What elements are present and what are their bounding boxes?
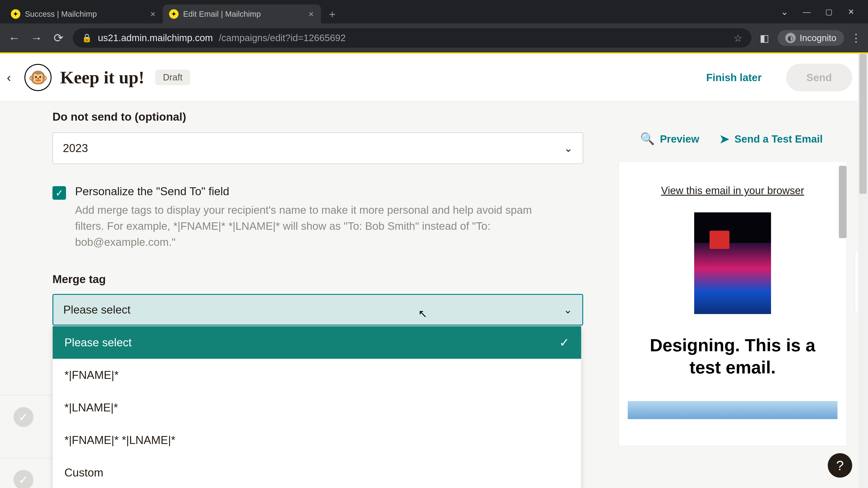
browser-tab-2[interactable]: ✦ Edit Email | Mailchimp × bbox=[163, 4, 321, 24]
option-label: *|FNAME|* *|LNAME|* bbox=[64, 433, 176, 447]
preview-banner-image bbox=[628, 401, 837, 419]
incognito-badge[interactable]: ◐ Incognito bbox=[778, 30, 844, 46]
search-icon: 🔍 bbox=[640, 132, 655, 146]
browser-tab-1[interactable]: ✦ Success | Mailchimp × bbox=[4, 4, 163, 24]
merge-option-fname-lname[interactable]: *|FNAME|* *|LNAME|* bbox=[53, 424, 581, 456]
help-button[interactable]: ? bbox=[828, 453, 852, 478]
back-icon[interactable]: ← bbox=[6, 31, 22, 45]
browser-menu-icon[interactable]: ⋮ bbox=[850, 32, 862, 44]
bookmark-icon[interactable]: ☆ bbox=[734, 32, 742, 44]
close-window-icon[interactable]: ✕ bbox=[845, 7, 857, 16]
tab-search-icon[interactable]: ⌄ bbox=[778, 6, 791, 17]
option-label: *|FNAME|* bbox=[64, 368, 119, 382]
preview-headline: Designing. This is a test email. bbox=[628, 334, 837, 379]
maximize-icon[interactable]: ▢ bbox=[823, 7, 835, 16]
close-icon[interactable]: × bbox=[309, 9, 314, 19]
preview-button[interactable]: 🔍 Preview bbox=[640, 132, 699, 146]
preview-panel: 🔍 Preview ➤ Send a Test Email View this … bbox=[601, 101, 858, 488]
window-controls: ⌄ — ▢ ✕ bbox=[778, 0, 868, 24]
send-test-label: Send a Test Email bbox=[735, 133, 823, 145]
url-host: us21.admin.mailchimp.com bbox=[98, 33, 213, 43]
option-label: *|LNAME|* bbox=[64, 401, 118, 414]
extensions-icon[interactable]: ◧ bbox=[758, 32, 771, 44]
preview-label: Preview bbox=[660, 133, 699, 145]
reload-icon[interactable]: ⟳ bbox=[51, 31, 66, 45]
chevron-down-icon: ⌄ bbox=[564, 142, 573, 154]
help-icon: ? bbox=[836, 458, 844, 473]
personalize-checkbox[interactable]: ✓ bbox=[53, 186, 66, 200]
personalize-title: Personalize the "Send To" field bbox=[75, 185, 563, 198]
send-icon: ➤ bbox=[719, 132, 730, 146]
status-indicator: ✓ bbox=[13, 407, 33, 427]
address-bar[interactable]: 🔒 us21.admin.mailchimp.com/campaigns/edi… bbox=[73, 28, 751, 48]
minimize-icon[interactable]: — bbox=[801, 7, 813, 16]
do-not-send-label: Do not send to (optional) bbox=[53, 110, 583, 123]
email-preview-frame: View this email in your browser Designin… bbox=[618, 162, 847, 446]
send-button[interactable]: Send bbox=[786, 64, 852, 91]
mailchimp-favicon: ✦ bbox=[169, 9, 179, 19]
incognito-label: Incognito bbox=[800, 33, 836, 43]
option-label: Custom bbox=[64, 466, 103, 479]
merge-tag-dropdown: Please select ✓ *|FNAME|* *|LNAME|* *|FN… bbox=[53, 326, 581, 488]
merge-option-lname[interactable]: *|LNAME|* bbox=[53, 391, 581, 424]
new-tab-button[interactable]: ＋ bbox=[326, 7, 339, 21]
mailchimp-favicon: ✦ bbox=[11, 9, 20, 19]
lock-icon: 🔒 bbox=[82, 33, 92, 43]
personalize-description: Add merge tags to display your recipient… bbox=[75, 202, 563, 250]
forward-icon[interactable]: → bbox=[29, 31, 44, 45]
settings-panel: Do not send to (optional) 2023 ⌄ ✓ Perso… bbox=[0, 101, 601, 488]
view-in-browser-link[interactable]: View this email in your browser bbox=[628, 184, 837, 197]
preview-hero-image bbox=[694, 213, 771, 314]
do-not-send-select[interactable]: 2023 ⌄ bbox=[53, 132, 583, 164]
merge-tag-label: Merge tag bbox=[53, 273, 583, 286]
page-scrollbar[interactable] bbox=[858, 54, 868, 488]
merge-option-please-select[interactable]: Please select ✓ bbox=[53, 326, 581, 359]
page-viewport: ‹ 🐵 Keep it up! Draft Finish later Send … bbox=[0, 53, 868, 488]
send-test-button[interactable]: ➤ Send a Test Email bbox=[719, 132, 823, 146]
merge-option-fname[interactable]: *|FNAME|* bbox=[53, 359, 581, 391]
tab-title: Success | Mailchimp bbox=[25, 9, 146, 19]
url-path: /campaigns/edit?id=12665692 bbox=[219, 33, 346, 43]
app-header: ‹ 🐵 Keep it up! Draft Finish later Send bbox=[0, 54, 868, 101]
option-label: Please select bbox=[64, 336, 131, 349]
do-not-send-value: 2023 bbox=[63, 142, 88, 155]
merge-tag-value: Please select bbox=[63, 303, 130, 316]
tab-title: Edit Email | Mailchimp bbox=[183, 9, 304, 19]
back-button[interactable]: ‹ bbox=[7, 70, 16, 85]
campaign-title: Keep it up! bbox=[60, 67, 145, 88]
status-badge: Draft bbox=[155, 70, 190, 85]
mailchimp-logo[interactable]: 🐵 bbox=[24, 64, 52, 91]
incognito-icon: ◐ bbox=[785, 33, 796, 43]
check-icon: ✓ bbox=[559, 335, 569, 350]
finish-later-button[interactable]: Finish later bbox=[697, 65, 771, 90]
merge-tag-select[interactable]: Please select ⌄ bbox=[53, 294, 583, 326]
close-icon[interactable]: × bbox=[150, 9, 156, 19]
scrollbar-thumb[interactable] bbox=[860, 54, 867, 194]
chevron-down-icon: ⌄ bbox=[563, 304, 572, 316]
browser-toolbar: ← → ⟳ 🔒 us21.admin.mailchimp.com/campaig… bbox=[0, 24, 868, 53]
merge-option-custom[interactable]: Custom bbox=[53, 456, 581, 488]
status-indicator: ✓ bbox=[13, 470, 33, 488]
browser-tabstrip: ✦ Success | Mailchimp × ✦ Edit Email | M… bbox=[0, 0, 868, 24]
